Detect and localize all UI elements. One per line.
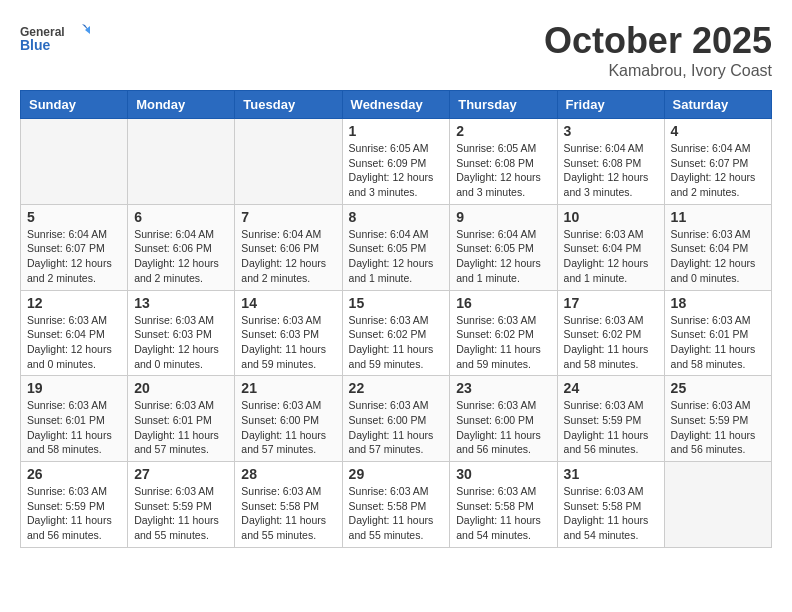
- day-info: Sunrise: 6:04 AM Sunset: 6:06 PM Dayligh…: [241, 227, 335, 286]
- day-number: 8: [349, 209, 444, 225]
- day-info: Sunrise: 6:03 AM Sunset: 5:58 PM Dayligh…: [349, 484, 444, 543]
- day-number: 15: [349, 295, 444, 311]
- calendar-week-row: 1Sunrise: 6:05 AM Sunset: 6:09 PM Daylig…: [21, 119, 772, 205]
- day-number: 28: [241, 466, 335, 482]
- calendar-cell: 3Sunrise: 6:04 AM Sunset: 6:08 PM Daylig…: [557, 119, 664, 205]
- day-number: 1: [349, 123, 444, 139]
- weekday-header: Thursday: [450, 91, 557, 119]
- day-info: Sunrise: 6:03 AM Sunset: 6:04 PM Dayligh…: [27, 313, 121, 372]
- calendar-cell: 21Sunrise: 6:03 AM Sunset: 6:00 PM Dayli…: [235, 376, 342, 462]
- calendar-cell: 25Sunrise: 6:03 AM Sunset: 5:59 PM Dayli…: [664, 376, 771, 462]
- svg-text:Blue: Blue: [20, 37, 51, 53]
- calendar-cell: 22Sunrise: 6:03 AM Sunset: 6:00 PM Dayli…: [342, 376, 450, 462]
- day-info: Sunrise: 6:03 AM Sunset: 6:02 PM Dayligh…: [456, 313, 550, 372]
- calendar-cell: 24Sunrise: 6:03 AM Sunset: 5:59 PM Dayli…: [557, 376, 664, 462]
- day-info: Sunrise: 6:04 AM Sunset: 6:07 PM Dayligh…: [671, 141, 765, 200]
- day-number: 26: [27, 466, 121, 482]
- day-number: 29: [349, 466, 444, 482]
- day-info: Sunrise: 6:04 AM Sunset: 6:06 PM Dayligh…: [134, 227, 228, 286]
- day-info: Sunrise: 6:04 AM Sunset: 6:07 PM Dayligh…: [27, 227, 121, 286]
- calendar-cell: 15Sunrise: 6:03 AM Sunset: 6:02 PM Dayli…: [342, 290, 450, 376]
- day-number: 17: [564, 295, 658, 311]
- calendar-cell: 4Sunrise: 6:04 AM Sunset: 6:07 PM Daylig…: [664, 119, 771, 205]
- calendar-cell: 10Sunrise: 6:03 AM Sunset: 6:04 PM Dayli…: [557, 204, 664, 290]
- calendar-cell: 14Sunrise: 6:03 AM Sunset: 6:03 PM Dayli…: [235, 290, 342, 376]
- weekday-header: Wednesday: [342, 91, 450, 119]
- day-number: 13: [134, 295, 228, 311]
- day-info: Sunrise: 6:03 AM Sunset: 6:04 PM Dayligh…: [671, 227, 765, 286]
- weekday-header: Tuesday: [235, 91, 342, 119]
- day-info: Sunrise: 6:04 AM Sunset: 6:05 PM Dayligh…: [349, 227, 444, 286]
- day-info: Sunrise: 6:03 AM Sunset: 6:01 PM Dayligh…: [27, 398, 121, 457]
- calendar-cell: 1Sunrise: 6:05 AM Sunset: 6:09 PM Daylig…: [342, 119, 450, 205]
- day-number: 20: [134, 380, 228, 396]
- day-info: Sunrise: 6:03 AM Sunset: 5:58 PM Dayligh…: [564, 484, 658, 543]
- day-info: Sunrise: 6:03 AM Sunset: 6:04 PM Dayligh…: [564, 227, 658, 286]
- calendar-cell: [235, 119, 342, 205]
- calendar-cell: 18Sunrise: 6:03 AM Sunset: 6:01 PM Dayli…: [664, 290, 771, 376]
- day-info: Sunrise: 6:03 AM Sunset: 6:00 PM Dayligh…: [241, 398, 335, 457]
- calendar-cell: 28Sunrise: 6:03 AM Sunset: 5:58 PM Dayli…: [235, 462, 342, 548]
- day-info: Sunrise: 6:03 AM Sunset: 5:59 PM Dayligh…: [27, 484, 121, 543]
- day-number: 18: [671, 295, 765, 311]
- day-info: Sunrise: 6:03 AM Sunset: 5:59 PM Dayligh…: [134, 484, 228, 543]
- weekday-header: Saturday: [664, 91, 771, 119]
- calendar-week-row: 26Sunrise: 6:03 AM Sunset: 5:59 PM Dayli…: [21, 462, 772, 548]
- calendar-week-row: 5Sunrise: 6:04 AM Sunset: 6:07 PM Daylig…: [21, 204, 772, 290]
- calendar-week-row: 19Sunrise: 6:03 AM Sunset: 6:01 PM Dayli…: [21, 376, 772, 462]
- day-info: Sunrise: 6:03 AM Sunset: 6:03 PM Dayligh…: [134, 313, 228, 372]
- calendar-cell: [128, 119, 235, 205]
- calendar-cell: [664, 462, 771, 548]
- calendar-cell: 31Sunrise: 6:03 AM Sunset: 5:58 PM Dayli…: [557, 462, 664, 548]
- day-number: 19: [27, 380, 121, 396]
- calendar-header-row: SundayMondayTuesdayWednesdayThursdayFrid…: [21, 91, 772, 119]
- weekday-header: Sunday: [21, 91, 128, 119]
- calendar-cell: 30Sunrise: 6:03 AM Sunset: 5:58 PM Dayli…: [450, 462, 557, 548]
- day-number: 2: [456, 123, 550, 139]
- day-number: 23: [456, 380, 550, 396]
- calendar-cell: 5Sunrise: 6:04 AM Sunset: 6:07 PM Daylig…: [21, 204, 128, 290]
- day-number: 24: [564, 380, 658, 396]
- logo: General Blue: [20, 20, 90, 60]
- calendar-cell: 27Sunrise: 6:03 AM Sunset: 5:59 PM Dayli…: [128, 462, 235, 548]
- calendar-table: SundayMondayTuesdayWednesdayThursdayFrid…: [20, 90, 772, 548]
- calendar-cell: 2Sunrise: 6:05 AM Sunset: 6:08 PM Daylig…: [450, 119, 557, 205]
- month-title: October 2025: [544, 20, 772, 62]
- day-number: 4: [671, 123, 765, 139]
- calendar-week-row: 12Sunrise: 6:03 AM Sunset: 6:04 PM Dayli…: [21, 290, 772, 376]
- day-number: 6: [134, 209, 228, 225]
- day-number: 30: [456, 466, 550, 482]
- day-info: Sunrise: 6:03 AM Sunset: 6:00 PM Dayligh…: [456, 398, 550, 457]
- calendar-cell: 11Sunrise: 6:03 AM Sunset: 6:04 PM Dayli…: [664, 204, 771, 290]
- day-info: Sunrise: 6:05 AM Sunset: 6:09 PM Dayligh…: [349, 141, 444, 200]
- day-number: 5: [27, 209, 121, 225]
- calendar-cell: [21, 119, 128, 205]
- day-info: Sunrise: 6:03 AM Sunset: 5:59 PM Dayligh…: [564, 398, 658, 457]
- day-info: Sunrise: 6:03 AM Sunset: 5:58 PM Dayligh…: [456, 484, 550, 543]
- calendar-cell: 6Sunrise: 6:04 AM Sunset: 6:06 PM Daylig…: [128, 204, 235, 290]
- day-info: Sunrise: 6:04 AM Sunset: 6:05 PM Dayligh…: [456, 227, 550, 286]
- day-number: 31: [564, 466, 658, 482]
- day-number: 25: [671, 380, 765, 396]
- generalblue-logo: General Blue: [20, 20, 90, 60]
- calendar-cell: 8Sunrise: 6:04 AM Sunset: 6:05 PM Daylig…: [342, 204, 450, 290]
- calendar-cell: 23Sunrise: 6:03 AM Sunset: 6:00 PM Dayli…: [450, 376, 557, 462]
- calendar-cell: 17Sunrise: 6:03 AM Sunset: 6:02 PM Dayli…: [557, 290, 664, 376]
- calendar-cell: 7Sunrise: 6:04 AM Sunset: 6:06 PM Daylig…: [235, 204, 342, 290]
- day-info: Sunrise: 6:03 AM Sunset: 5:59 PM Dayligh…: [671, 398, 765, 457]
- calendar-cell: 12Sunrise: 6:03 AM Sunset: 6:04 PM Dayli…: [21, 290, 128, 376]
- day-number: 3: [564, 123, 658, 139]
- day-info: Sunrise: 6:03 AM Sunset: 6:01 PM Dayligh…: [134, 398, 228, 457]
- day-info: Sunrise: 6:05 AM Sunset: 6:08 PM Dayligh…: [456, 141, 550, 200]
- day-number: 21: [241, 380, 335, 396]
- day-info: Sunrise: 6:03 AM Sunset: 6:00 PM Dayligh…: [349, 398, 444, 457]
- day-number: 9: [456, 209, 550, 225]
- day-number: 7: [241, 209, 335, 225]
- day-info: Sunrise: 6:03 AM Sunset: 5:58 PM Dayligh…: [241, 484, 335, 543]
- calendar-cell: 26Sunrise: 6:03 AM Sunset: 5:59 PM Dayli…: [21, 462, 128, 548]
- header: General Blue October 2025 Kamabrou, Ivor…: [20, 20, 772, 80]
- calendar-cell: 19Sunrise: 6:03 AM Sunset: 6:01 PM Dayli…: [21, 376, 128, 462]
- day-info: Sunrise: 6:03 AM Sunset: 6:03 PM Dayligh…: [241, 313, 335, 372]
- day-info: Sunrise: 6:03 AM Sunset: 6:02 PM Dayligh…: [349, 313, 444, 372]
- calendar-cell: 16Sunrise: 6:03 AM Sunset: 6:02 PM Dayli…: [450, 290, 557, 376]
